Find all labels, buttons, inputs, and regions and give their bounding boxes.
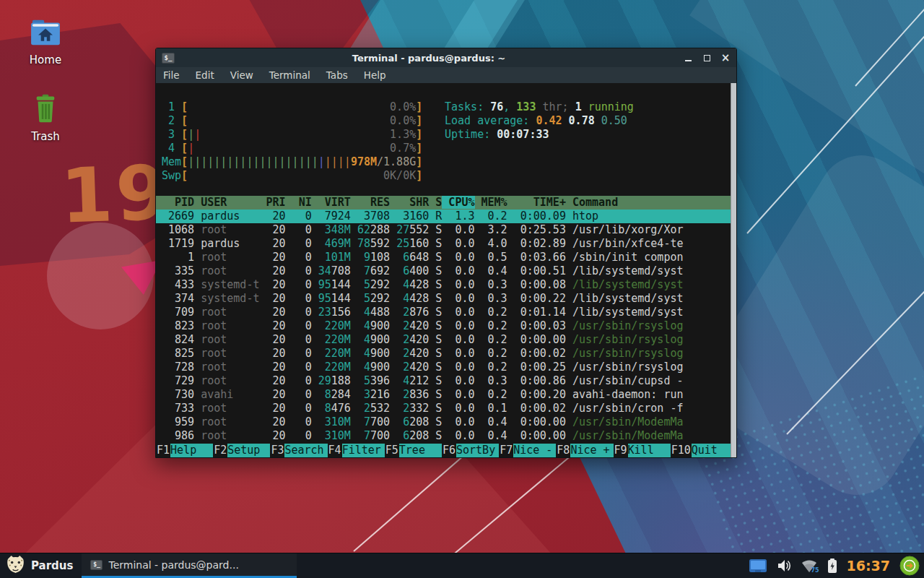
- menu-item-help[interactable]: Help: [364, 69, 386, 81]
- column-header-time[interactable]: TIME+: [507, 196, 566, 209]
- fkey-action-label: Nice +: [570, 444, 613, 457]
- terminal-content[interactable]: 1 [ 0.0%] 2 [ 0.0%] 3 [|| 1.3%] 4 [| 0.7…: [156, 83, 736, 457]
- menu-item-terminal[interactable]: Terminal: [269, 69, 310, 81]
- cpu-meter-4: 4 [| 0.7%]: [162, 142, 422, 155]
- process-row[interactable]: 825 root 20 0 220M 4900 2420 S 0.0 0.2 0…: [156, 347, 731, 361]
- column-header-user[interactable]: USER: [194, 196, 259, 209]
- process-row[interactable]: 335 root 20 0 34708 7692 6400 S 0.0 0.4 …: [156, 264, 731, 278]
- fkey-key-label: F5: [385, 444, 399, 457]
- memory-meter: Mem[|||||||||||||||||||||||||978M/1.88G]: [162, 155, 422, 169]
- window-titlebar[interactable]: $_ Terminal - pardus@pardus: ~ ×: [156, 48, 736, 67]
- fkey-action-label: Search: [284, 444, 327, 457]
- column-header-virt[interactable]: VIRT: [312, 196, 351, 209]
- cpu-meter-1: 1 [ 0.0%]: [162, 100, 422, 114]
- table-header-row[interactable]: PID USER PRI NI VIRT RES SHR S CPU% MEM%…: [156, 196, 731, 210]
- htop-meters: 1 [ 0.0%] 2 [ 0.0%] 3 [|| 1.3%] 4 [| 0.7…: [162, 100, 422, 183]
- column-header-pri[interactable]: PRI: [259, 196, 285, 209]
- fkey-f5-tree[interactable]: F5Tree: [385, 444, 442, 457]
- fkey-key-label: F9: [614, 444, 628, 457]
- fkey-f1-help[interactable]: F1Help: [156, 444, 213, 457]
- display-settings-icon[interactable]: [749, 558, 767, 574]
- taskbar: Pardus $_ Terminal - pardus@pard...: [0, 553, 924, 578]
- home-folder-icon: [30, 35, 61, 49]
- process-row[interactable]: 730 avahi 20 0 8284 3216 2836 S 0.0 0.2 …: [156, 388, 731, 402]
- fkey-f8-nice[interactable]: F8Nice +: [556, 444, 613, 457]
- fkey-f7-nice[interactable]: F7Nice -: [499, 444, 556, 457]
- close-icon: ×: [721, 53, 731, 63]
- column-header-s[interactable]: S: [429, 196, 442, 209]
- fkey-f4-filter[interactable]: F4Filter: [328, 444, 385, 457]
- maximize-icon: [704, 55, 710, 61]
- process-row[interactable]: 2669 pardus 20 0 7924 3708 3160 R 1.3 0.…: [156, 210, 731, 223]
- wifi-strength-badge: 75: [811, 567, 819, 574]
- taskbar-clock[interactable]: 16:37: [847, 558, 890, 574]
- trash-icon: [30, 112, 61, 126]
- terminal-scrollbar[interactable]: [731, 83, 736, 457]
- process-row[interactable]: 1068 root 20 0 348M 62288 27552 S 0.0 3.…: [156, 223, 731, 237]
- fkey-action-label: SortBy: [456, 444, 499, 457]
- session-power-button[interactable]: [899, 556, 920, 576]
- window-menubar: FileEditViewTerminalTabsHelp: [156, 67, 736, 83]
- process-row[interactable]: 1719 pardus 20 0 469M 78592 25160 S 0.0 …: [156, 237, 731, 251]
- column-header-res[interactable]: RES: [351, 196, 390, 209]
- fkey-key-label: F3: [270, 444, 284, 457]
- fkey-action-label: Help: [170, 444, 213, 457]
- desktop-icon-label: Trash: [15, 130, 76, 143]
- uptime-line: Uptime: 00:07:33: [445, 128, 634, 142]
- htop-function-bar: F1Help F2Setup F3SearchF4FilterF5Tree F6…: [156, 444, 731, 457]
- htop-process-table: PID USER PRI NI VIRT RES SHR S CPU% MEM%…: [156, 196, 731, 443]
- swap-meter: Swp[ 0K/0K]: [162, 169, 422, 183]
- terminal-task-icon: $_: [90, 560, 103, 570]
- fkey-action-label: Quit: [692, 444, 731, 457]
- process-row[interactable]: 823 root 20 0 220M 4900 2420 S 0.0 0.2 0…: [156, 319, 731, 333]
- column-header-pid[interactable]: PID: [162, 196, 194, 209]
- desktop-icon-home[interactable]: Home: [15, 19, 76, 66]
- taskbar-task-terminal[interactable]: $_ Terminal - pardus@pard...: [82, 553, 297, 578]
- tasks-line: Tasks: 76, 133 thr; 1 running: [445, 100, 634, 114]
- process-row[interactable]: 986 root 20 0 310M 7700 6208 S 0.0 0.4 0…: [156, 429, 731, 443]
- menu-item-view[interactable]: View: [230, 69, 253, 81]
- desktop-icon-label: Home: [15, 53, 76, 66]
- load-average-line: Load average: 0.42 0.78 0.50: [445, 114, 634, 128]
- cpu-meter-2: 2 [ 0.0%]: [162, 114, 422, 128]
- fkey-action-label: Filter: [342, 444, 385, 457]
- process-row[interactable]: 433 systemd-t 20 0 95144 5292 4428 S 0.0…: [156, 278, 731, 292]
- process-row[interactable]: 824 root 20 0 220M 4900 2420 S 0.0 0.2 0…: [156, 333, 731, 347]
- process-row[interactable]: 729 root 20 0 29188 5396 4212 S 0.0 0.3 …: [156, 374, 731, 388]
- column-header-ni[interactable]: NI: [286, 196, 312, 209]
- fkey-f2-setup[interactable]: F2Setup: [213, 444, 270, 457]
- column-header-command[interactable]: Command: [566, 196, 618, 209]
- column-header-cpu[interactable]: CPU%: [442, 196, 474, 209]
- menu-item-edit[interactable]: Edit: [196, 69, 214, 81]
- fkey-action-label: Nice -: [513, 444, 556, 457]
- minimize-icon: [685, 60, 692, 61]
- close-button[interactable]: ×: [720, 53, 731, 63]
- process-row[interactable]: 728 root 20 0 220M 4900 2420 S 0.0 0.2 0…: [156, 361, 731, 374]
- taskbar-task-label: Terminal - pardus@pard...: [108, 559, 238, 571]
- fkey-f6-sortby[interactable]: F6SortBy: [442, 444, 499, 457]
- applications-menu-button[interactable]: Pardus: [0, 553, 82, 578]
- network-wifi-icon[interactable]: 75: [801, 559, 818, 573]
- column-header-shr[interactable]: SHR: [390, 196, 429, 209]
- fkey-key-label: F2: [213, 444, 227, 457]
- fkey-key-label: F7: [499, 444, 513, 457]
- battery-icon[interactable]: [827, 558, 837, 573]
- fkey-f10-quit[interactable]: F10Quit: [671, 444, 731, 457]
- fkey-f9-kill[interactable]: F9Kill: [614, 444, 671, 457]
- minimize-button[interactable]: [683, 53, 693, 63]
- column-header-mem[interactable]: MEM%: [475, 196, 507, 209]
- system-tray: 75 16:37: [749, 553, 924, 578]
- process-row[interactable]: 959 root 20 0 310M 7700 6208 S 0.0 0.4 0…: [156, 415, 731, 429]
- process-row[interactable]: 733 root 20 0 8476 2532 2332 S 0.0 0.1 0…: [156, 402, 731, 415]
- maximize-button[interactable]: [702, 53, 712, 63]
- desktop-icon-trash[interactable]: Trash: [15, 94, 76, 143]
- htop-summary: Tasks: 76, 133 thr; 1 runningLoad averag…: [445, 100, 634, 142]
- volume-icon[interactable]: [777, 559, 791, 572]
- menu-item-tabs[interactable]: Tabs: [326, 69, 348, 81]
- process-row[interactable]: 709 root 20 0 23156 4488 2876 S 0.0 0.2 …: [156, 306, 731, 319]
- menu-item-file[interactable]: File: [163, 69, 180, 81]
- fkey-key-label: F6: [442, 444, 456, 457]
- fkey-f3-search[interactable]: F3Search: [270, 444, 327, 457]
- process-row[interactable]: 1 root 20 0 101M 9108 6648 S 0.0 0.5 0:0…: [156, 251, 731, 264]
- process-row[interactable]: 374 systemd-t 20 0 95144 5292 4428 S 0.0…: [156, 292, 731, 306]
